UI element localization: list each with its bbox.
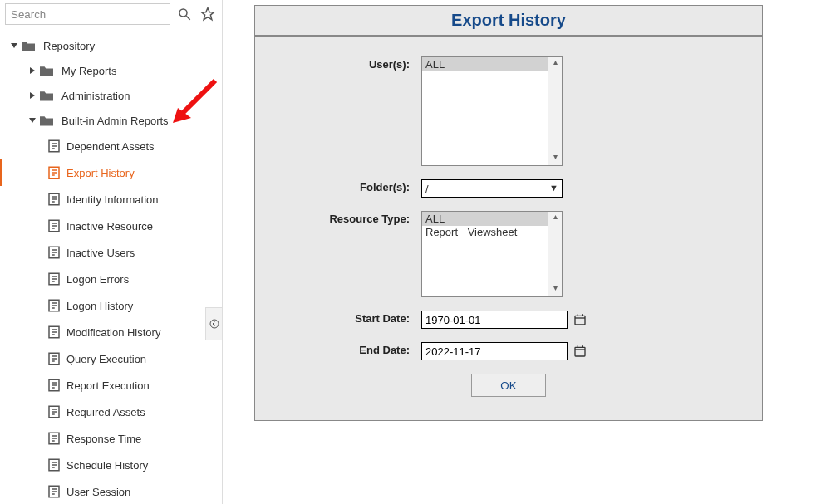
report-item-label: Identity Information (66, 193, 159, 206)
resource-type-option[interactable]: Viewsheet (465, 226, 521, 238)
report-item-label: Schedule History (66, 459, 148, 472)
svg-marker-4 (30, 67, 35, 74)
report-item[interactable]: Schedule History (0, 452, 222, 478)
report-icon (47, 458, 66, 472)
repository-tree: Repository My Reports Administration Bui… (0, 30, 222, 504)
folder-icon (38, 64, 61, 77)
sidebar-collapse-button[interactable] (205, 307, 222, 340)
ok-button[interactable]: OK (471, 374, 546, 397)
users-listbox[interactable]: ALL ▴▾ (421, 56, 563, 166)
report-item[interactable]: Logon Errors (0, 266, 222, 292)
resource-type-option[interactable]: Report (422, 226, 461, 238)
tree-label: Repository (43, 40, 95, 52)
report-item-label: Logon History (66, 300, 133, 312)
svg-rect-69 (575, 347, 585, 356)
report-item-label: Logon Errors (66, 273, 129, 286)
svg-marker-6 (29, 118, 36, 123)
report-icon (47, 298, 66, 313)
scrollbar[interactable]: ▴▾ (548, 212, 562, 296)
svg-marker-5 (30, 92, 35, 99)
report-item-label: Export History (66, 167, 135, 179)
report-icon (47, 272, 66, 286)
folders-label: Folder(s): (288, 179, 421, 198)
report-item-label: Required Assets (66, 406, 145, 418)
report-icon (47, 404, 66, 419)
resource-type-option[interactable]: ALL (422, 212, 562, 226)
folder-icon (38, 89, 61, 102)
svg-line-1 (186, 16, 190, 20)
report-item[interactable]: Required Assets (0, 399, 222, 425)
svg-rect-65 (575, 316, 585, 325)
chevron-right-icon (28, 66, 38, 75)
scrollbar[interactable]: ▴▾ (548, 57, 562, 165)
favorite-icon[interactable] (199, 5, 217, 23)
svg-point-0 (179, 9, 187, 17)
chevron-down-icon (28, 116, 38, 125)
report-item[interactable]: Identity Information (0, 186, 222, 213)
report-item[interactable]: Query Execution (0, 345, 222, 372)
report-icon (47, 378, 66, 393)
search-icon[interactable] (175, 5, 194, 23)
report-icon (47, 325, 66, 340)
report-item-label: Report Execution (66, 379, 150, 392)
report-item-label: Dependent Assets (66, 140, 155, 153)
calendar-icon[interactable] (573, 312, 587, 327)
report-item[interactable]: Response Time (0, 425, 222, 452)
calendar-icon[interactable] (573, 344, 587, 359)
report-item-label: Inactive Users (66, 247, 135, 259)
svg-marker-2 (202, 8, 214, 20)
report-item-label: Modification History (66, 326, 160, 339)
report-icon (47, 218, 66, 233)
report-item[interactable]: Report Execution (0, 372, 222, 399)
report-icon (47, 431, 66, 446)
svg-point-63 (210, 320, 219, 328)
users-option-selected[interactable]: ALL (422, 57, 562, 71)
tree-folder-my-reports[interactable]: My Reports (0, 58, 222, 83)
export-history-panel: Export History User(s): ALL ▴▾ Folder(s)… (254, 5, 763, 421)
report-item[interactable]: Dependent Assets (0, 133, 222, 159)
tree-label: Administration (61, 90, 130, 102)
report-icon (47, 165, 66, 180)
svg-marker-3 (11, 43, 17, 48)
tree-root-repository[interactable]: Repository (0, 33, 222, 58)
report-item[interactable]: Inactive Users (0, 239, 222, 266)
users-label: User(s): (288, 56, 421, 166)
report-item[interactable]: Export History (0, 159, 222, 186)
start-date-label: Start Date: (288, 311, 421, 329)
report-item-label: Response Time (66, 433, 141, 445)
tree-folder-administration[interactable]: Administration (0, 83, 222, 108)
report-icon (47, 192, 66, 207)
report-item[interactable]: Inactive Resource (0, 213, 222, 239)
folders-value: / (425, 183, 429, 195)
chevron-down-icon: ▼ (549, 183, 558, 193)
folders-combobox[interactable]: / ▼ (421, 179, 563, 198)
end-date-input[interactable] (421, 342, 568, 360)
chevron-right-icon (28, 91, 38, 100)
search-input[interactable] (5, 3, 170, 25)
folder-icon (20, 39, 43, 52)
resource-type-listbox[interactable]: ALL Report Viewsheet ▴▾ (421, 211, 563, 297)
tree-label: Built-in Admin Reports (61, 115, 169, 127)
report-item[interactable]: Modification History (0, 319, 222, 345)
report-icon (47, 484, 66, 499)
report-icon (47, 351, 66, 366)
report-icon (47, 245, 66, 260)
folder-icon (38, 114, 61, 127)
report-item-label: Inactive Resource (66, 220, 153, 232)
end-date-label: End Date: (288, 342, 421, 360)
resource-type-label: Resource Type: (288, 211, 421, 297)
report-item[interactable]: Logon History (0, 292, 222, 319)
report-item-label: User Session (66, 486, 130, 498)
chevron-down-icon (10, 42, 20, 50)
start-date-input[interactable] (421, 311, 568, 329)
report-item-label: Query Execution (66, 353, 146, 365)
report-icon (47, 139, 66, 154)
panel-title: Export History (255, 6, 762, 37)
report-item[interactable]: User Session (0, 478, 222, 504)
active-indicator (0, 159, 2, 186)
tree-folder-builtin-admin-reports[interactable]: Built-in Admin Reports (0, 108, 222, 133)
tree-label: My Reports (61, 65, 116, 77)
